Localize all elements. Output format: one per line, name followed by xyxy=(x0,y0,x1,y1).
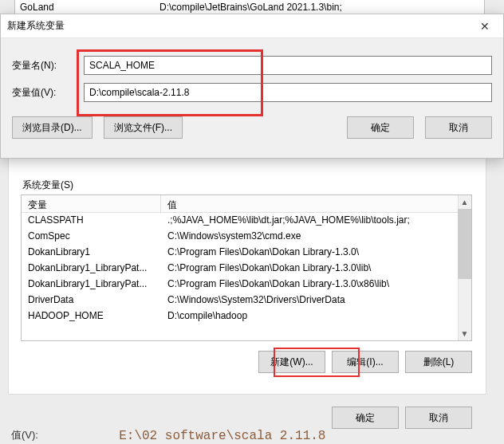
new-button[interactable]: 新建(W)... xyxy=(258,351,325,373)
dialog-ok-button[interactable]: 确定 xyxy=(347,116,414,139)
browse-dir-button[interactable]: 浏览目录(D)... xyxy=(12,116,93,139)
table-row[interactable]: ComSpecC:\Windows\system32\cmd.exe xyxy=(22,229,471,245)
sysvars-buttons: 新建(W)... 编辑(I)... 删除(L) xyxy=(0,351,504,373)
table-row[interactable]: HADOOP_HOMED:\compile\hadoop xyxy=(22,308,471,324)
dialog-title: 新建系统变量 xyxy=(7,19,65,33)
sysvars-header: 变量 值 xyxy=(22,195,471,213)
dialog-titlebar[interactable]: 新建系统变量 ✕ xyxy=(1,14,503,38)
dialog-cancel-button[interactable]: 取消 xyxy=(425,116,492,139)
edit-button[interactable]: 编辑(I)... xyxy=(332,351,399,373)
table-row[interactable]: DokanLibrary1_LibraryPat...C:\Program Fi… xyxy=(22,261,471,277)
table-row[interactable]: DokanLibrary1_LibraryPat...C:\Program Fi… xyxy=(22,277,471,293)
table-row[interactable]: DriverDataC:\Windows\System32\Drivers\Dr… xyxy=(22,293,471,308)
bg-var-name: GoLand xyxy=(15,2,155,13)
ok-button[interactable]: 确定 xyxy=(332,407,399,429)
scroll-down-icon[interactable]: ▼ xyxy=(458,327,471,340)
close-icon[interactable]: ✕ xyxy=(467,14,503,38)
stray-label: 值(V): xyxy=(11,428,38,442)
stray-text: E:\02 software\scala 2.11.8 xyxy=(104,429,325,443)
var-value-input[interactable]: D:\compile\scala-2.11.8 xyxy=(84,83,492,102)
var-value-label: 变量值(V): xyxy=(12,86,84,100)
browse-file-button[interactable]: 浏览文件(F)... xyxy=(104,116,183,139)
delete-button[interactable]: 删除(L) xyxy=(405,351,472,373)
new-sysvar-dialog: 新建系统变量 ✕ 变量名(N): SCALA_HOME 变量值(V): D:\c… xyxy=(0,14,504,159)
sysvars-table[interactable]: 变量 值 CLASSPATH.;%JAVA_HOME%\lib\dt.jar;%… xyxy=(21,194,472,341)
var-name-input[interactable]: SCALA_HOME xyxy=(84,56,492,75)
bg-var-row: GoLand D:\compile\JetBrains\GoLand 2021.… xyxy=(14,0,485,14)
table-row[interactable]: DokanLibrary1C:\Program Files\Dokan\Doka… xyxy=(22,245,471,261)
outer-dialog-buttons: 确定 取消 xyxy=(0,407,504,429)
table-row[interactable]: CLASSPATH.;%JAVA_HOME%\lib\dt.jar;%JAVA_… xyxy=(22,213,471,229)
scroll-up-icon[interactable]: ▲ xyxy=(458,195,471,209)
col-name[interactable]: 变量 xyxy=(22,195,161,212)
bg-var-value: D:\compile\JetBrains\GoLand 2021.1.3\bin… xyxy=(155,2,484,13)
var-name-label: 变量名(N): xyxy=(12,59,84,73)
col-value[interactable]: 值 xyxy=(161,195,471,212)
sysvars-title: 系统变量(S) xyxy=(21,179,75,192)
scroll-thumb[interactable] xyxy=(458,209,471,279)
cancel-button[interactable]: 取消 xyxy=(405,407,472,429)
scrollbar[interactable]: ▲ ▼ xyxy=(458,195,471,340)
